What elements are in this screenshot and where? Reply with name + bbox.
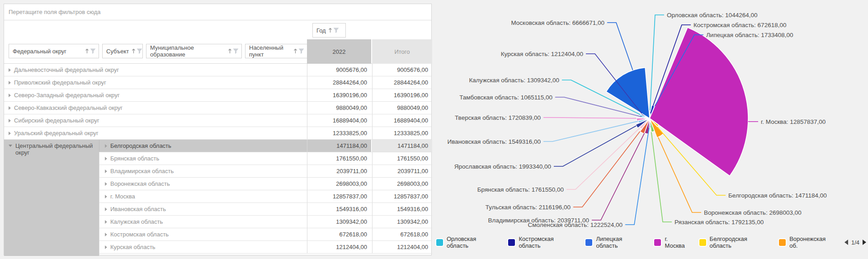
field-subject[interactable]: Субъект	[102, 44, 143, 58]
table-row: г. Москва12857837,0012857837,00	[99, 190, 432, 203]
slice-label: Московская область: 6666671,00	[511, 19, 604, 26]
filter-drop-area[interactable]: Перетащите поля фильтров сюда	[4, 4, 431, 20]
filter-funnel-icon[interactable]	[298, 48, 304, 54]
dashboard: Перетащите поля фильтров сюда Год Федера…	[0, 0, 868, 259]
legend-color-chip	[699, 239, 706, 246]
expand-icon[interactable]	[105, 144, 107, 148]
legend-color-chip	[585, 239, 592, 246]
legend-pager: 1/4	[844, 239, 866, 246]
slice-label: Тамбовская область: 1065115,00	[459, 94, 552, 101]
table-row: Приволжский федеральный округ28844264,00…	[4, 76, 431, 89]
sort-arrow-icon[interactable]	[132, 48, 136, 54]
expand-icon[interactable]	[9, 106, 11, 110]
legend-item: Орловская область	[436, 235, 497, 249]
slice-label: Калужская область: 1309342,00	[469, 77, 559, 84]
pie-chart: Орловская область: 1044264,00Костромская…	[432, 0, 868, 259]
label-leader-line	[554, 126, 636, 166]
column-fields-area: Год	[4, 20, 431, 39]
slice-label: Ярославская область: 1993340,00	[454, 163, 551, 170]
central-district-block: Центральный федеральный округ Белгородск…	[4, 140, 431, 256]
filter-funnel-icon[interactable]	[233, 48, 239, 54]
slice-label: Рязанская область: 1792135,00	[675, 219, 764, 226]
expand-icon[interactable]	[105, 170, 107, 173]
slice-label: Тульская область: 2116196,00	[486, 204, 571, 211]
slice-label: г. Москва: 12857837,00	[761, 118, 826, 125]
column-header-2022[interactable]: 2022	[307, 39, 371, 64]
filter-funnel-icon[interactable]	[90, 48, 96, 54]
table-row: Северо-Кавказский федеральный округ98800…	[4, 102, 431, 114]
expand-icon[interactable]	[105, 207, 107, 211]
slice-label: Липецкая область: 1733408,00	[706, 32, 793, 38]
pie-chart-panel: Орловская область: 1044264,00Костромская…	[432, 0, 868, 259]
table-row: Воронежская область2698003,002698003,00	[99, 178, 432, 190]
table-row: Курская область1212404,001212404,00	[99, 241, 432, 254]
expand-icon[interactable]	[105, 157, 107, 160]
filter-funnel-icon[interactable]	[137, 48, 142, 54]
slice-label: Курская область: 1212404,00	[501, 51, 583, 57]
table-row: Калужская область1309342,001309342,00	[99, 216, 432, 228]
field-municipality[interactable]: Муниципальное образование	[146, 44, 242, 58]
pie-slice[interactable]	[606, 67, 650, 118]
expand-icon[interactable]	[105, 195, 107, 198]
pivot-rows: Дальневосточный федеральный округ9005676…	[4, 64, 431, 256]
label-leader-line	[543, 121, 638, 141]
legend-color-chip	[436, 239, 443, 246]
chart-legend: Орловская область Костромская область Ли…	[436, 237, 866, 248]
expand-icon[interactable]	[9, 94, 11, 97]
slice-label: Тверская область: 1720839,00	[455, 114, 541, 121]
table-row: Уральский федеральный округ12333825,0012…	[4, 127, 431, 140]
year-field-label: Год	[316, 27, 326, 34]
expand-icon[interactable]	[9, 68, 11, 72]
field-federal-district[interactable]: Федеральный округ	[9, 44, 99, 58]
legend-page-indicator: 1/4	[851, 239, 859, 246]
legend-next-icon[interactable]	[863, 240, 866, 245]
table-row: Костромская область672618,00672618,00	[99, 228, 432, 241]
legend-item: Липецкая область	[585, 235, 643, 249]
sort-arrow-icon[interactable]	[228, 48, 232, 54]
table-row-selected: Белгородская область1471184,001471184,00	[99, 140, 432, 152]
table-row: Владимирская область2039711,002039711,00	[99, 165, 432, 178]
expand-icon[interactable]	[105, 182, 107, 186]
sort-arrow-icon[interactable]	[85, 48, 89, 54]
expand-icon[interactable]	[105, 245, 107, 249]
slice-label: Белгородская область: 1471184,00	[728, 192, 827, 199]
pivot-grid: Перетащите поля фильтров сюда Год Федера…	[4, 4, 432, 255]
expand-icon[interactable]	[9, 81, 11, 85]
expand-icon[interactable]	[105, 233, 107, 236]
column-header-total: Итого	[372, 39, 432, 64]
pie-slice[interactable]	[650, 28, 748, 176]
table-row: Дальневосточный федеральный округ9005676…	[4, 64, 431, 76]
label-leader-line	[543, 118, 637, 118]
slice-label: Ивановская область: 1549316,00	[447, 138, 541, 145]
expand-icon[interactable]	[9, 119, 11, 122]
expand-icon[interactable]	[105, 220, 107, 224]
field-settlement[interactable]: Населенный пункт	[245, 44, 307, 58]
legend-prev-icon[interactable]	[844, 240, 848, 245]
legend-color-chip	[508, 239, 515, 246]
legend-item: Костромская область	[508, 235, 575, 249]
table-row: Ивановская область1549316,001549316,00	[99, 203, 432, 216]
label-leader-line	[625, 128, 649, 225]
clipped-row	[99, 254, 432, 256]
legend-item: г. Москва	[654, 235, 688, 249]
table-row: Северо-Западный федеральный округ1639019…	[4, 89, 431, 102]
table-row: Брянская область1761550,001761550,00	[99, 152, 432, 165]
legend-item: Воронежская об.	[779, 235, 834, 249]
expand-icon[interactable]	[9, 132, 11, 135]
row-central-district[interactable]: Центральный федеральный округ	[4, 140, 99, 256]
slice-label: Орловская область: 1044264,00	[667, 12, 757, 19]
table-row: Сибирский федеральный округ16889404,0016…	[4, 114, 431, 127]
legend-color-chip	[654, 239, 661, 246]
filter-funnel-icon[interactable]	[333, 28, 339, 33]
collapse-icon[interactable]	[9, 145, 12, 147]
legend-color-chip	[779, 239, 786, 246]
row-fields-header: Федеральный округ Субъект Муниципальное …	[4, 39, 431, 64]
slice-label: Владимирская область: 2039711,00	[488, 217, 589, 224]
label-leader-line	[573, 132, 640, 207]
year-field-button[interactable]: Год	[312, 23, 346, 38]
sort-arrow-icon[interactable]	[293, 48, 297, 54]
slice-label: Костромская область: 672618,00	[693, 22, 786, 28]
sort-arrow-icon[interactable]	[328, 28, 332, 33]
slice-label: Брянская область: 1761550,00	[477, 186, 564, 193]
label-leader-line	[607, 23, 633, 70]
